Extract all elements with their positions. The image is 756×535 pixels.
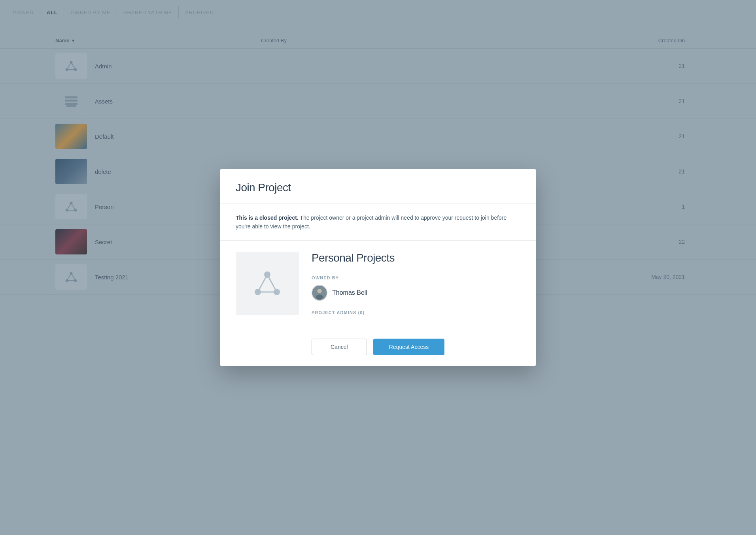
join-project-modal: Join Project This is a closed project. T… [220,169,536,367]
request-access-button[interactable]: Request Access [373,339,444,355]
modal-footer: Cancel Request Access [220,331,536,366]
owner-row: Thomas Bell [312,285,520,301]
modal-body: Personal Projects OWNED BY Thomas Bell [220,241,536,331]
owner-avatar [312,285,327,301]
project-name: Personal Projects [312,252,520,264]
modal-notice: This is a closed project. The project ow… [220,204,536,241]
svg-point-30 [316,295,323,300]
modal-overlay: Join Project This is a closed project. T… [0,0,756,535]
owned-by-label: OWNED BY [312,275,520,280]
svg-line-26 [267,275,277,292]
project-thumbnail [236,252,299,315]
modal-notice-bold: This is a closed project. [236,215,299,221]
project-info: Personal Projects OWNED BY Thomas Bell [312,252,520,320]
owner-name: Thomas Bell [332,289,367,296]
svg-line-25 [258,275,267,292]
cancel-button[interactable]: Cancel [312,339,367,355]
modal-title: Join Project [236,181,520,194]
modal-header: Join Project [220,169,536,204]
project-admins-label: PROJECT ADMINS (0) [312,310,520,315]
svg-point-31 [318,289,322,293]
